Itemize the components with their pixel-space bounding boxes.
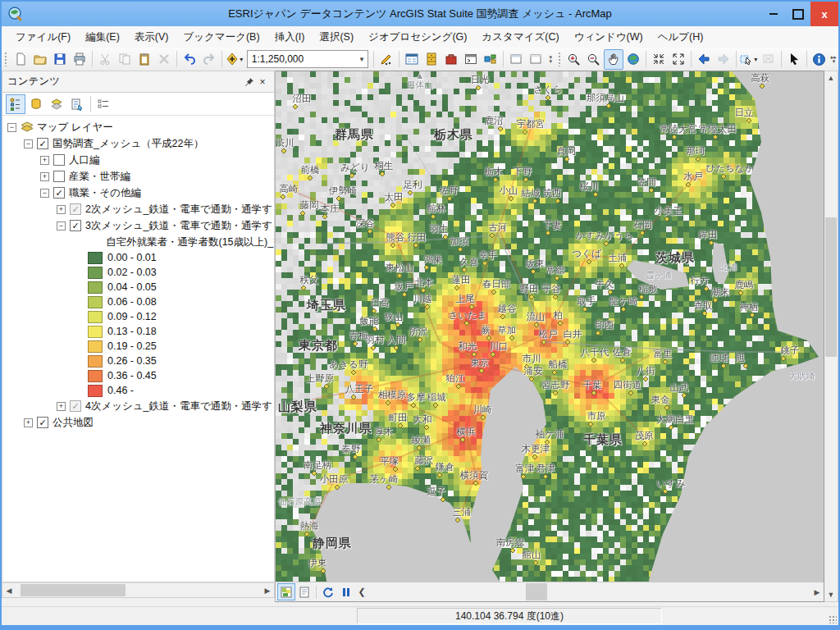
- menu-geoprocessing[interactable]: ジオプロセシング(G): [361, 27, 474, 48]
- refresh-view-button[interactable]: [319, 583, 337, 600]
- legend-item[interactable]: 0.00 - 0.01: [2, 250, 274, 265]
- layer-visibility-checkbox[interactable]: ✓: [53, 187, 65, 199]
- zoom-out-tool[interactable]: [584, 49, 604, 70]
- editor-toolbar-button[interactable]: [377, 49, 396, 70]
- toc-scroll-thumb[interactable]: [21, 584, 126, 596]
- toc-options-button[interactable]: [94, 94, 113, 114]
- paste-button[interactable]: [135, 49, 154, 70]
- select-elements-tool[interactable]: [784, 49, 804, 70]
- list-by-drawing-order-button[interactable]: [6, 94, 25, 114]
- legend-item[interactable]: 0.19 - 0.25: [2, 339, 274, 354]
- toc-close-icon[interactable]: ×: [256, 75, 269, 89]
- modelbuilder-button[interactable]: [481, 49, 500, 70]
- map-vertical-scrollbar[interactable]: ▲ ▼: [824, 71, 838, 602]
- toc-layer-item[interactable]: −✓国勢調査_メッシュ（平成22年）: [2, 135, 274, 152]
- list-by-visibility-button[interactable]: [47, 94, 66, 114]
- layer-visibility-checkbox[interactable]: ✓: [37, 417, 48, 428]
- fixed-zoom-in-button[interactable]: [649, 49, 669, 70]
- collapse-icon[interactable]: −: [24, 139, 33, 148]
- map-scroll-right-icon[interactable]: ▶: [810, 588, 824, 596]
- catalog-button[interactable]: [422, 49, 441, 70]
- menu-bookmarks[interactable]: ブックマーク(B): [176, 27, 267, 48]
- close-button[interactable]: x: [810, 2, 838, 26]
- toolbar-grip[interactable]: [4, 52, 8, 66]
- pan-tool[interactable]: [604, 49, 623, 70]
- print-button[interactable]: [70, 49, 89, 70]
- layer-visibility-checkbox[interactable]: [53, 171, 65, 182]
- list-by-source-button[interactable]: [26, 94, 46, 114]
- toc-layer-item[interactable]: +人口編: [2, 152, 274, 168]
- menu-window[interactable]: ウィンドウ(W): [567, 27, 651, 48]
- layer-visibility-checkbox[interactable]: [53, 154, 65, 166]
- fixed-zoom-out-button[interactable]: [669, 49, 688, 70]
- map-scale-combobox[interactable]: 1:1,250,000 ▾: [247, 50, 369, 68]
- menu-customize[interactable]: カスタマイズ(C): [475, 27, 567, 48]
- menu-selection[interactable]: 選択(S): [312, 27, 361, 48]
- pin-icon[interactable]: [243, 75, 256, 89]
- map-hscroll-thumb[interactable]: [526, 583, 547, 600]
- layer-visibility-checkbox[interactable]: ✓: [70, 220, 81, 231]
- maximize-button[interactable]: [786, 2, 810, 26]
- toolbar-overflow-icon[interactable]: ▾▾: [546, 55, 555, 63]
- toc-horizontal-scrollbar[interactable]: ◀ ▶: [2, 582, 275, 598]
- legend-item[interactable]: 0.02 - 0.03: [2, 265, 274, 280]
- open-button[interactable]: [30, 49, 50, 70]
- toc-layer-item[interactable]: +✓2次メッシュ_鉄道・電車で通勤・通学する人の: [2, 201, 274, 217]
- toc-layer-item[interactable]: +✓公共地図: [2, 414, 274, 431]
- list-by-selection-button[interactable]: [67, 94, 87, 114]
- expand-icon[interactable]: +: [24, 418, 33, 427]
- go-back-extent-button[interactable]: [694, 49, 714, 70]
- expand-icon[interactable]: +: [40, 172, 49, 181]
- viewer-window-2-button[interactable]: [526, 49, 546, 70]
- legend-item[interactable]: 0.09 - 0.12: [2, 309, 274, 324]
- resize-grip[interactable]: [829, 615, 837, 623]
- scroll-right-icon[interactable]: ▶: [261, 587, 274, 595]
- tools-toolbar-grip[interactable]: [558, 52, 562, 66]
- legend-item[interactable]: 0.04 - 0.05: [2, 280, 274, 294]
- expand-icon[interactable]: +: [57, 402, 66, 411]
- layer-visibility-checkbox[interactable]: ✓: [70, 400, 81, 412]
- collapse-icon[interactable]: −: [57, 221, 66, 231]
- toc-layer-item[interactable]: −✓3次メッシュ_鉄道・電車で通勤・通学する人の: [2, 217, 274, 234]
- scroll-down-icon[interactable]: ▼: [824, 588, 838, 601]
- new-document-button[interactable]: [11, 49, 30, 70]
- layer-visibility-checkbox[interactable]: ✓: [37, 138, 48, 149]
- toc-layer-item[interactable]: −✓職業・その他編: [2, 185, 274, 201]
- scroll-left-icon[interactable]: ◀: [2, 587, 16, 595]
- collapse-icon[interactable]: −: [7, 123, 16, 132]
- toc-layer-item[interactable]: +✓4次メッシュ_鉄道・電車で通勤・通学する人の: [2, 398, 274, 414]
- map-vscroll-thumb[interactable]: [825, 217, 837, 357]
- minimize-button[interactable]: [761, 2, 786, 26]
- toc-layer-item[interactable]: −マップ レイヤー: [2, 119, 274, 135]
- collapse-icon[interactable]: −: [40, 189, 49, 198]
- layout-view-button[interactable]: [295, 583, 313, 600]
- identify-tool[interactable]: [810, 49, 829, 70]
- menu-help[interactable]: ヘルプ(H): [651, 27, 711, 48]
- arctoolbox-button[interactable]: [441, 49, 461, 70]
- full-extent-button[interactable]: [623, 49, 643, 70]
- legend-item[interactable]: 0.06 - 0.08: [2, 294, 274, 309]
- pause-drawing-button[interactable]: [337, 583, 355, 600]
- legend-item[interactable]: 0.36 - 0.45: [2, 368, 274, 383]
- combobox-dropdown-icon[interactable]: ▾: [355, 55, 368, 63]
- undo-button[interactable]: [180, 49, 199, 70]
- menu-file[interactable]: ファイル(F): [8, 27, 78, 48]
- menu-edit[interactable]: 編集(E): [78, 27, 127, 48]
- zoom-in-tool[interactable]: [564, 49, 584, 70]
- save-button[interactable]: [50, 49, 70, 70]
- scroll-up-icon[interactable]: ▲: [824, 71, 838, 84]
- map-scroll-left-icon[interactable]: ❮: [355, 587, 368, 597]
- python-window-button[interactable]: [461, 49, 481, 70]
- menu-view[interactable]: 表示(V): [127, 27, 176, 48]
- menu-insert[interactable]: 挿入(I): [267, 27, 313, 48]
- legend-item[interactable]: 0.46 -: [2, 383, 274, 398]
- map-canvas[interactable]: [276, 71, 824, 582]
- data-view-button[interactable]: [277, 583, 295, 600]
- toolbar-right-overflow-icon[interactable]: ▸▸▾: [829, 55, 838, 63]
- viewer-window-button[interactable]: [506, 49, 526, 70]
- legend-item[interactable]: 0.26 - 0.35: [2, 354, 274, 368]
- table-of-contents-button[interactable]: [402, 49, 422, 70]
- expand-icon[interactable]: +: [40, 156, 49, 165]
- add-data-button[interactable]: ▾: [225, 49, 244, 70]
- layer-visibility-checkbox[interactable]: ✓: [70, 203, 81, 215]
